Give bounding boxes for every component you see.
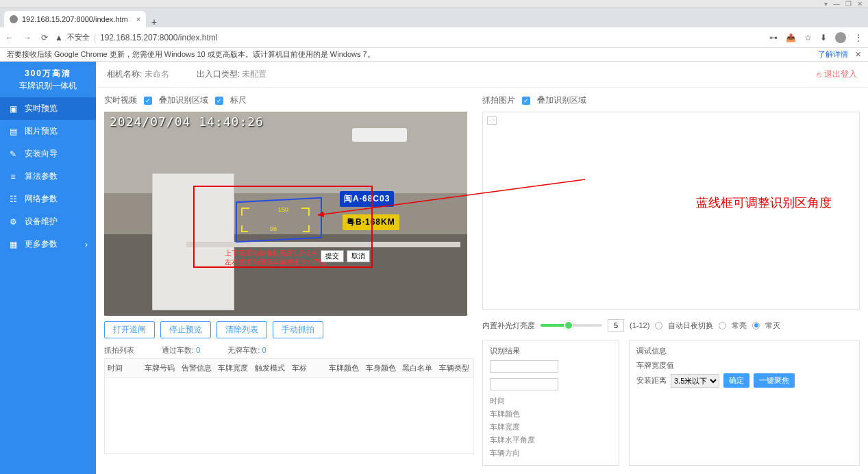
brightness-slider[interactable]	[541, 324, 602, 327]
forward-icon[interactable]: →	[23, 33, 32, 42]
result-input-2[interactable]	[490, 378, 558, 390]
placeholder-icon	[487, 116, 497, 125]
sidebar-item-label: 设备维护	[25, 216, 58, 227]
callout-text: 蓝线框可调整识别区角度	[696, 195, 832, 211]
gear-icon: ⚙	[8, 217, 18, 227]
update-notice: 若要接收后续 Google Chrome 更新，您需使用 Windows 10 …	[0, 48, 868, 62]
snap-overlay-label: 叠加识别区域	[537, 95, 586, 106]
brightness-label: 内置补光灯亮度	[482, 321, 535, 331]
debug-panel: 调试信息 车牌宽度值 安装距离 3.5米以下 确定 一键聚焦	[629, 340, 860, 466]
back-icon[interactable]: ←	[5, 33, 14, 42]
browser-tab[interactable]: 192.168.15.207:8000/index.htm ×	[4, 11, 146, 27]
snapshot-box: 蓝线框可调整识别区角度	[482, 112, 860, 310]
shot-list-label: 抓拍列表	[104, 345, 134, 356]
ruler-width: 150	[278, 206, 288, 213]
live-video[interactable]: 2024/07/04 14:40:26 闽A·68C03 粤B·168KM 15…	[104, 112, 467, 316]
ruler-height: 98	[270, 225, 277, 232]
download-icon[interactable]: ⬇	[820, 33, 827, 42]
live-title: 实时视频	[104, 95, 137, 106]
always-off-radio[interactable]	[752, 322, 760, 329]
new-tab-button[interactable]: +	[146, 16, 162, 27]
close-tab-icon[interactable]: ×	[136, 15, 140, 23]
table-header: 时间 车牌号码 告警信息 车牌宽度 触发模式 车标 车牌颜色 车身颜色 黑白名单…	[105, 359, 473, 378]
dropdown-icon[interactable]: ▾	[824, 0, 828, 8]
network-icon: ☷	[8, 195, 18, 204]
notice-text: 若要接收后续 Google Chrome 更新，您需使用 Windows 10 …	[7, 49, 375, 60]
ruler-checkbox[interactable]: ✓	[215, 97, 223, 105]
grid-icon: ▦	[8, 240, 18, 249]
overlay-region-checkbox[interactable]: ✓	[144, 97, 152, 105]
sidebar-item-more[interactable]: ▦ 更多参数 ›	[0, 233, 96, 255]
sidebar-item-label: 网络参数	[25, 193, 58, 205]
cam-value: 未命名	[145, 69, 169, 79]
snap-overlay-checkbox[interactable]: ✓	[522, 97, 530, 105]
sidebar-item-label: 安装向导	[25, 148, 58, 160]
submit-button[interactable]: 提交	[321, 250, 344, 262]
logout-icon: ⎋	[817, 70, 821, 79]
brand: 300万高清 车牌识别一体机	[0, 62, 96, 97]
address-bar: ← → ⟳ ▲ 不安全 | 192.168.15.207:8000/index.…	[0, 27, 868, 48]
confirm-button[interactable]: 确定	[723, 373, 749, 388]
brightness-range: (1-12)	[630, 321, 649, 329]
sliders-icon: ≡	[8, 172, 18, 182]
autofocus-button[interactable]: 一键聚焦	[754, 373, 795, 388]
tab-title: 192.168.15.207:8000/index.htm	[22, 15, 128, 23]
always-on-radio[interactable]	[719, 322, 726, 329]
chevron-right-icon: ›	[85, 240, 88, 249]
pass-count: 0	[196, 346, 200, 354]
sidebar-item-wizard[interactable]: ✎ 安装向导	[0, 142, 96, 165]
logout-button[interactable]: ⎋ 退出登入	[817, 68, 857, 80]
clear-list-button[interactable]: 清除列表	[216, 321, 267, 338]
reload-icon[interactable]: ⟳	[41, 33, 48, 42]
result-panel: 识别结果 时间 车牌颜色 车牌宽度 车牌水平角度 车辆方向	[482, 340, 619, 466]
manual-capture-button[interactable]: 手动抓拍	[273, 321, 323, 338]
result-input-1[interactable]	[490, 360, 558, 373]
tab-strip: 192.168.15.207:8000/index.htm × +	[0, 8, 868, 27]
share-icon[interactable]: 📤	[786, 33, 796, 42]
video-timestamp: 2024/07/04 14:40:26	[110, 114, 264, 129]
url-text[interactable]: 192.168.15.207:8000/index.html	[100, 33, 217, 42]
sidebar-item-network[interactable]: ☷ 网络参数	[0, 188, 96, 210]
star-icon[interactable]: ☆	[804, 33, 812, 42]
io-label: 出入口类型:	[197, 69, 240, 79]
sidebar-item-label: 实时预览	[25, 103, 58, 114]
cam-label: 相机名称:	[107, 69, 142, 79]
region-note: 上下高度与摄像机高度1.2~1.4 左右宽度与现场车辆通道大小而定	[225, 249, 327, 266]
profile-avatar[interactable]	[835, 32, 846, 43]
sidebar-item-algo[interactable]: ≡ 算法参数	[0, 165, 96, 188]
distance-select[interactable]: 3.5米以下	[671, 374, 719, 388]
min-icon[interactable]: —	[833, 0, 840, 8]
snap-title: 抓拍图片	[482, 95, 515, 106]
sidebar-item-label: 算法参数	[25, 171, 58, 182]
sidebar-item-image[interactable]: ▤ 图片预览	[0, 120, 96, 142]
brightness-input[interactable]	[608, 319, 624, 332]
image-icon: ▤	[8, 127, 18, 136]
auto-radio[interactable]	[655, 322, 662, 329]
insecure-icon[interactable]: ▲	[55, 33, 63, 42]
sidebar-item-maintain[interactable]: ⚙ 设备维护	[0, 210, 96, 233]
open-gate-button[interactable]: 打开道闸	[104, 321, 155, 338]
noplate-count: 0	[262, 346, 266, 354]
stop-preview-button[interactable]: 停止预览	[160, 321, 211, 338]
cancel-button[interactable]: 取消	[347, 250, 370, 262]
max-icon[interactable]: ❐	[845, 0, 852, 8]
sidebar-item-live[interactable]: ▣ 实时预览	[0, 97, 96, 120]
key-icon[interactable]: ⊶	[769, 33, 778, 42]
sidebar-item-label: 更多参数	[25, 238, 58, 250]
monitor-icon: ▣	[8, 104, 18, 114]
sidebar-item-label: 图片预览	[25, 125, 58, 137]
ruler-label: 标尺	[230, 95, 247, 106]
globe-icon	[10, 15, 18, 23]
window-controls: ▾ — ❐ ✕	[0, 0, 868, 8]
wrench-icon: ✎	[8, 149, 18, 159]
learn-more-link[interactable]: 了解详情	[818, 49, 848, 60]
close-window-icon[interactable]: ✕	[857, 0, 863, 8]
overlay-region-label: 叠加识别区域	[159, 95, 208, 106]
close-notice-icon[interactable]: ✕	[855, 50, 861, 59]
insecure-label: 不安全	[67, 32, 90, 42]
sidebar: 300万高清 车牌识别一体机 ▣ 实时预览 ▤ 图片预览 ✎ 安装向导 ≡ 算法…	[0, 62, 96, 474]
topbar: 相机名称: 未命名 出入口类型: 未配置 ⎋ 退出登入	[96, 62, 868, 88]
kebab-icon[interactable]: ⋮	[854, 33, 863, 42]
angle-frame[interactable]	[236, 197, 322, 243]
capture-table: 时间 车牌号码 告警信息 车牌宽度 触发模式 车标 车牌颜色 车身颜色 黑白名单…	[104, 358, 474, 454]
